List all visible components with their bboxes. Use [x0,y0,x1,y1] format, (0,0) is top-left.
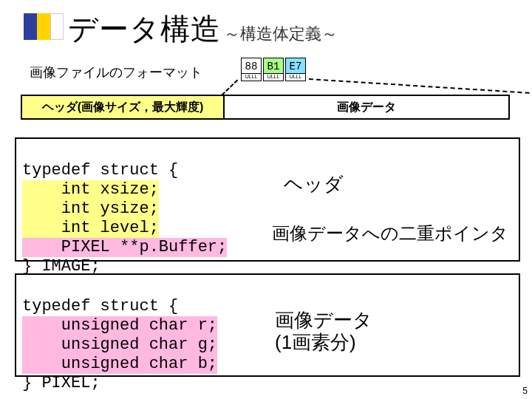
slide-title: データ構造 ～構造体定義～ [68,9,338,50]
data-segment: 画像データ [225,96,508,118]
format-label: 画像ファイルのフォーマット [30,64,202,81]
hex-col-1: 88 ULLL [241,58,262,81]
code-line-hl: PIXEL **p.Buffer; [22,238,227,257]
hex-col-2: B1 ULLL [263,58,284,81]
code-line-hl: int xsize; [22,180,159,200]
annotation-pixel: 画像データ (1画素分) [275,309,372,353]
annotation-pixel-l1: 画像データ [275,309,372,331]
header-segment: ヘッダ(画像サイズ，最大輝度) [22,96,225,118]
annotation-pointer: 画像データへの二重ポインタ [272,222,508,245]
hex-cell-e7: E7 [285,58,306,74]
hex-small-1: ULLL [241,74,262,81]
accent-bar-1 [24,13,37,40]
hex-small-2: ULLL [263,74,284,81]
code-line-hl: unsigned char r; [22,316,217,335]
hex-cell-88: 88 [241,58,262,74]
title-main: データ構造 [68,9,221,50]
code-box-pixel-struct: typedef struct { unsigned char r; unsign… [15,273,520,377]
annotation-header: ヘッダ [284,171,344,197]
code-line-hl: int ysize; [22,200,159,219]
dash-left [221,79,238,95]
title-accent [24,13,64,40]
annotation-pixel-l2: (1画素分) [275,331,356,353]
code-line-hl: unsigned char g; [22,335,217,355]
hex-col-3: E7 ULLL [285,58,306,81]
code-line-hl: int level; [22,219,159,238]
code-line: } PIXEL; [22,374,100,392]
page-number: 5 [522,386,528,396]
hex-triple: 88 ULLL B1 ULLL E7 ULLL [241,58,306,81]
title-subtitle: ～構造体定義～ [224,23,338,45]
format-structure-bar: ヘッダ(画像サイズ，最大輝度) 画像データ [21,95,510,120]
code-line: typedef struct { [22,161,178,180]
code-image-struct: typedef struct { int xsize; int ysize; i… [16,139,519,279]
code-pixel-struct: typedef struct { unsigned char r; unsign… [16,275,519,396]
accent-bar-2 [37,13,50,40]
hex-small-3: ULLL [285,74,306,81]
code-line: typedef struct { [22,297,178,316]
hex-cell-b1: B1 [263,58,284,74]
code-line-hl: unsigned char b; [22,355,217,374]
accent-bar-3 [50,13,64,40]
